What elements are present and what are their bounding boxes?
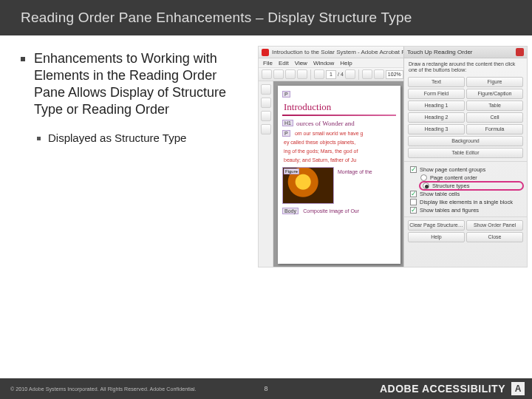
page-total: / 4 <box>338 72 344 77</box>
toolbar-button[interactable] <box>262 69 272 79</box>
acrobat-app-icon <box>262 49 269 56</box>
menu-file[interactable]: File <box>263 60 273 66</box>
tag-table-button[interactable]: Table <box>466 100 523 111</box>
checkbox-icon[interactable] <box>410 207 417 214</box>
show-order-panel-button[interactable]: Show Order Panel <box>466 220 523 231</box>
menu-view[interactable]: View <box>295 60 307 66</box>
page-prev-button[interactable] <box>314 69 324 79</box>
panel-instruction: Draw a rectangle around the content then… <box>404 58 527 75</box>
heading-rule <box>282 115 396 116</box>
table-editor-button[interactable]: Table Editor <box>408 148 523 158</box>
menu-help[interactable]: Help <box>340 60 352 66</box>
nav-button[interactable] <box>261 98 271 108</box>
nav-button[interactable] <box>261 124 271 134</box>
tag-h2-button[interactable]: Heading 2 <box>408 112 465 123</box>
slide-body: Enhancements to Working with Elements in… <box>0 46 532 364</box>
tag-h3-button[interactable]: Heading 3 <box>408 124 465 134</box>
slide-number: 8 <box>264 385 267 392</box>
toolbar-button[interactable] <box>297 69 307 79</box>
toolbar-button[interactable] <box>273 69 284 79</box>
doc-paragraph: om our small world we have g <box>295 131 364 136</box>
tag-h1-button[interactable]: Heading 1 <box>408 100 465 111</box>
structure-tag-h1[interactable]: H1 <box>282 120 293 126</box>
menu-edit[interactable]: Edit <box>279 60 289 66</box>
title-bar: Reading Order Pane Enhancements – Displa… <box>0 0 532 35</box>
panel-options: Show page content groups Page content or… <box>404 161 527 216</box>
copyright-text: © 2010 Adobe Systems Incorporated. All R… <box>10 386 197 392</box>
tag-formfield-button[interactable]: Form Field <box>408 89 465 99</box>
tag-figurecaption-button[interactable]: Figure/Caption <box>466 89 523 99</box>
doc-paragraph: ey called these objects planets, <box>284 140 396 146</box>
opt-structure-types[interactable]: Structure types <box>420 183 522 189</box>
doc-figure[interactable]: Figure <box>282 167 334 204</box>
slide-footer: © 2010 Adobe Systems Incorporated. All R… <box>0 378 532 399</box>
tag-button-grid: Text Figure Form Field Figure/Caption He… <box>404 75 527 161</box>
bullet-square-icon <box>21 57 25 61</box>
radio-icon[interactable] <box>420 174 427 181</box>
menu-window[interactable]: Window <box>313 60 334 66</box>
text-column: Enhancements to Working with Elements in… <box>0 46 255 364</box>
radio-icon[interactable] <box>423 183 429 189</box>
opt-show-groups[interactable]: Show page content groups <box>410 166 522 173</box>
bullet-square-icon <box>37 137 41 140</box>
doc-heading: Introduction <box>284 101 396 113</box>
opt-show-table-cells[interactable]: Show table cells <box>410 191 522 197</box>
app-title: Introduction to the Solar System - Adobe… <box>272 49 411 55</box>
structure-tag-figure[interactable]: Figure <box>284 168 299 174</box>
screenshot-column: Introduction to the Solar System - Adobe… <box>255 46 528 364</box>
bullet-main-text: Enhancements to Working with Elements in… <box>34 50 249 118</box>
zoom-field[interactable]: 102% <box>386 70 403 79</box>
close-button[interactable]: Close <box>466 232 523 242</box>
zoom-out-button[interactable] <box>362 69 372 79</box>
page-number-field[interactable]: 1 <box>326 70 336 79</box>
toolbar-separator <box>310 69 311 80</box>
tag-cell-button[interactable]: Cell <box>466 112 523 123</box>
checkbox-icon[interactable] <box>410 166 417 173</box>
slide: Reading Order Pane Enhancements – Displa… <box>0 0 532 399</box>
brand-text: ADOBE ACCESSIBILITY <box>380 383 505 395</box>
nav-gutter <box>259 81 273 267</box>
touchup-reading-order-panel: Touch Up Reading Order Draw a rectangle … <box>403 47 527 267</box>
nav-button[interactable] <box>261 111 271 121</box>
doc-subheading: ources of Wonder and <box>296 120 355 127</box>
tag-background-button[interactable]: Background <box>408 136 523 146</box>
page-next-button[interactable] <box>345 69 355 79</box>
document-area: P Introduction H1 ources of Wonder and P… <box>259 81 405 267</box>
zoom-in-button[interactable] <box>374 69 384 79</box>
bullet-sub-text: Displayed as Structure Type <box>48 132 186 144</box>
panel-title-text: Touch Up Reading Order <box>407 49 473 55</box>
figure-caption: Montage of the <box>338 169 372 204</box>
tag-figure-button[interactable]: Figure <box>466 77 523 87</box>
body-caption: Composite image of Our <box>303 208 359 214</box>
tag-formula-button[interactable]: Formula <box>466 124 523 134</box>
structure-tag-body[interactable]: Body <box>282 208 299 214</box>
checkbox-icon[interactable] <box>410 199 417 205</box>
bullet-main: Enhancements to Working with Elements in… <box>21 50 249 118</box>
brand-block: ADOBE ACCESSIBILITY A <box>380 382 525 395</box>
bullet-sub: Displayed as Structure Type <box>37 132 249 144</box>
checkbox-icon[interactable] <box>410 191 417 197</box>
page-canvas: P Introduction H1 ources of Wonder and P… <box>273 81 405 267</box>
close-icon[interactable] <box>516 48 524 56</box>
doc-paragraph: beauty; and Saturn, father of Ju <box>284 157 396 164</box>
tag-text-button[interactable]: Text <box>408 77 465 87</box>
acrobat-screenshot: Introduction to the Solar System - Adobe… <box>258 46 528 267</box>
toolbar-button[interactable] <box>285 69 296 79</box>
document-page[interactable]: P Introduction H1 ources of Wonder and P… <box>278 86 400 264</box>
opt-single-block[interactable]: Display like elements in a single block <box>410 199 522 205</box>
nav-button[interactable] <box>261 84 271 95</box>
panel-titlebar: Touch Up Reading Order <box>404 47 527 58</box>
structure-tag-p[interactable]: P <box>282 130 290 137</box>
slide-title: Reading Order Pane Enhancements – Displa… <box>21 10 412 26</box>
doc-paragraph: ing of the gods; Mars, the god of <box>284 149 396 155</box>
adobe-logo-icon: A <box>511 382 525 395</box>
opt-page-content-order[interactable]: Page content order <box>420 174 522 181</box>
structure-tag-p[interactable]: P <box>282 91 290 98</box>
toolbar-separator <box>358 69 359 80</box>
help-button[interactable]: Help <box>408 232 465 242</box>
opt-show-tables-figures[interactable]: Show tables and figures <box>410 207 522 214</box>
clear-structure-button[interactable]: Clear Page Structure… <box>408 220 465 231</box>
panel-footer-buttons: Clear Page Structure… Show Order Panel H… <box>404 216 527 245</box>
